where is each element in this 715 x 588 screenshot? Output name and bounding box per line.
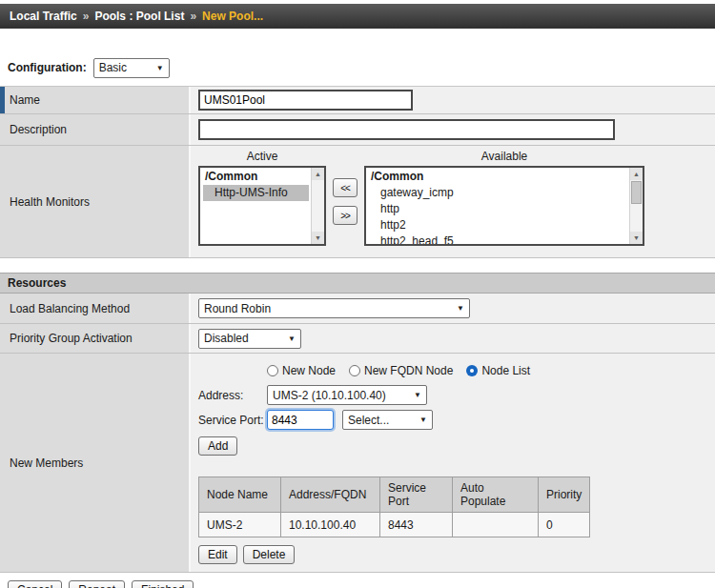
move-to-active-button[interactable]: << [333,178,358,197]
node-type-radio-group: New Node New FQDN Node Node List [267,364,707,377]
configuration-select[interactable]: Basic ▼ [93,58,170,78]
finished-button[interactable]: Finished [132,580,194,588]
member-priority: 0 [539,513,590,537]
address-select[interactable]: UMS-2 (10.10.100.40) ▼ [267,385,427,405]
members-table-header-row: Node Name Address/FQDN Service Port Auto… [199,477,590,513]
description-row: Description [0,114,715,146]
available-monitor-item[interactable]: http2_head_f5 [369,233,627,246]
resources-section-header: Resources [0,273,715,294]
radio-icon[interactable] [267,365,278,376]
available-monitors-items: /Common gateway_icmp http http2 http2_he… [366,168,643,246]
active-list-header: Active [198,150,326,163]
breadcrumb-local-traffic[interactable]: Local Traffic [10,10,77,23]
available-monitor-item[interactable]: http2 [369,217,627,233]
load-balancing-select[interactable]: Round Robin ▼ [198,298,470,318]
service-port-field-row: Service Port: Select... ▼ [198,410,707,430]
move-to-available-button[interactable]: >> [333,206,358,225]
add-member-button[interactable]: Add [198,436,237,456]
radio-new-node-label: New Node [282,364,336,377]
breadcrumb-current-page: New Pool... [202,10,263,23]
header-spacer [326,150,364,163]
chevron-down-icon: ▼ [419,416,427,424]
active-monitors-listbox[interactable]: /Common Http-UMS-Info ▲ ▼ [198,166,326,246]
active-list-scrollbar[interactable]: ▲ ▼ [311,168,324,244]
delete-member-button[interactable]: Delete [243,545,296,564]
name-content [191,87,715,113]
active-monitors-items: /Common Http-UMS-Info [200,168,324,202]
chevron-down-icon: ▼ [457,304,464,313]
new-members-label: New Members [0,354,191,572]
name-input[interactable] [198,90,413,111]
service-port-select-value: Select... [348,414,389,427]
health-monitors-headers: Active Available [198,150,707,163]
scroll-up-icon[interactable]: ▲ [630,168,644,180]
available-monitor-item[interactable]: gateway_icmp [369,185,627,201]
available-list-header: Available [364,150,644,163]
available-list-scrollbar[interactable]: ▲ ▼ [629,168,643,244]
address-field-row: Address: UMS-2 (10.10.100.40) ▼ [198,385,707,405]
radio-icon[interactable] [349,365,360,376]
member-address: 10.10.100.40 [281,513,380,537]
priority-group-select[interactable]: Disabled ▼ [198,329,301,349]
new-members-content: New Node New FQDN Node Node List Address… [191,354,715,572]
member-actions: Edit Delete [198,545,707,564]
breadcrumb-pool-list[interactable]: Pools : Pool List [94,10,184,23]
scrollbar-thumb[interactable] [631,181,642,204]
radio-new-node[interactable]: New Node [267,364,336,377]
breadcrumb-separator-icon: » [83,10,90,23]
chevron-down-icon: ▼ [156,64,164,72]
members-header-node-name: Node Name [199,477,281,513]
configuration-label: Configuration: [8,61,87,74]
address-label: Address: [198,389,267,402]
form-footer: Cancel Repeat Finished [8,580,715,588]
radio-selected-icon[interactable] [466,365,478,376]
member-auto-populate [453,513,539,537]
priority-group-label: Priority Group Activation [0,324,191,353]
chevron-down-icon: ▼ [414,391,421,399]
load-balancing-select-value: Round Robin [204,302,271,315]
address-select-value: UMS-2 (10.10.100.40) [273,389,386,402]
scroll-up-icon[interactable]: ▲ [312,168,325,180]
monitor-group-common: /Common [369,169,627,185]
radio-new-fqdn-node[interactable]: New FQDN Node [349,364,453,377]
service-port-select[interactable]: Select... ▼ [342,410,433,430]
health-monitors-lists: /Common Http-UMS-Info ▲ ▼ << >> /Common [198,166,707,246]
monitor-move-buttons: << >> [326,178,364,225]
pool-form: Name Description Health Monitors Active … [0,86,715,258]
members-header-address: Address/FQDN [281,477,380,513]
priority-group-row: Priority Group Activation Disabled ▼ [0,324,715,354]
new-members-row: New Members New Node New FQDN Node Node … [0,354,715,573]
members-table-row[interactable]: UMS-2 10.10.100.40 8443 0 [199,513,590,537]
scroll-down-icon[interactable]: ▼ [630,232,644,244]
service-port-label: Service Port: [198,414,267,427]
edit-member-button[interactable]: Edit [198,545,237,564]
radio-node-list[interactable]: Node List [466,364,530,377]
repeat-button[interactable]: Repeat [69,580,125,588]
load-balancing-row: Load Balancing Method Round Robin ▼ [0,294,715,324]
active-monitor-item[interactable]: Http-UMS-Info [203,185,309,201]
description-label: Description [0,114,191,145]
priority-group-content: Disabled ▼ [191,324,715,353]
scroll-down-icon[interactable]: ▼ [312,232,325,244]
breadcrumb-separator-icon: » [190,10,196,23]
configuration-row: Configuration: Basic ▼ [8,57,715,78]
description-content [191,114,715,145]
available-monitors-listbox[interactable]: /Common gateway_icmp http http2 http2_he… [364,166,644,246]
name-row: Name [0,87,715,114]
health-monitors-content: Active Available /Common Http-UMS-Info ▲… [191,146,715,257]
available-monitor-item[interactable]: http [369,201,627,217]
members-header-priority: Priority [539,477,590,513]
radio-node-list-label: Node List [481,364,530,377]
health-monitors-label: Health Monitors [0,146,191,257]
member-service-port: 8443 [380,513,453,537]
load-balancing-content: Round Robin ▼ [191,294,715,323]
service-port-input[interactable] [267,410,334,430]
cancel-button[interactable]: Cancel [8,580,62,588]
chevron-down-icon: ▼ [288,335,296,343]
members-header-service-port: Service Port [380,477,453,513]
priority-group-select-value: Disabled [204,332,249,345]
health-monitors-row: Health Monitors Active Available /Common… [0,146,715,258]
breadcrumb: Local Traffic » Pools : Pool List » New … [0,4,715,29]
member-node-name: UMS-2 [199,513,281,537]
description-input[interactable] [198,119,615,140]
